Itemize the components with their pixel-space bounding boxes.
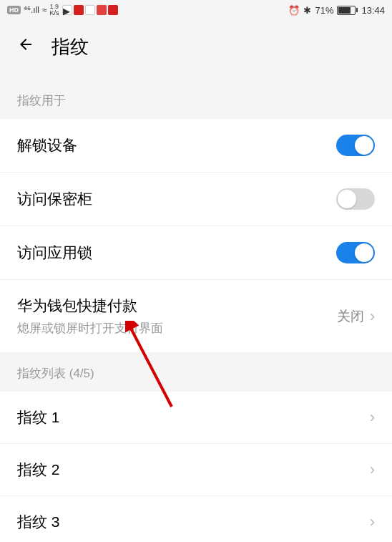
chevron-right-icon: › <box>370 408 375 427</box>
page-header: 指纹 <box>0 20 392 79</box>
app-notif-icon <box>108 5 118 15</box>
row-label: 指纹 2 <box>17 460 60 480</box>
chevron-right-icon: › <box>370 460 375 479</box>
row-fingerprint-1[interactable]: 指纹 1 › <box>0 392 392 444</box>
row-fingerprint-2[interactable]: 指纹 2 › <box>0 444 392 496</box>
chevron-right-icon: › <box>370 513 375 531</box>
toggle-applock[interactable] <box>336 242 375 263</box>
row-label: 指纹 3 <box>17 512 60 532</box>
row-label: 访问保密柜 <box>17 189 92 209</box>
hd-icon: HD <box>7 6 21 14</box>
toggle-unlock[interactable] <box>336 135 375 156</box>
battery-percent: 71% <box>315 5 333 16</box>
row-label: 指纹 1 <box>17 407 60 427</box>
signal-icon: ⁴⁶.ıll <box>24 5 39 15</box>
chevron-right-icon: › <box>370 307 375 326</box>
row-sublabel: 熄屏或锁屏时打开支付界面 <box>17 320 163 337</box>
section-header-fplist: 指纹列表 (4/5) <box>0 352 392 392</box>
status-left: HD ⁴⁶.ıll ≈ 1.9 K/s ▶ <box>7 4 118 16</box>
network-speed: 1.9 K/s <box>50 4 59 16</box>
row-label: 访问应用锁 <box>17 243 92 263</box>
app-notif-icon <box>74 5 84 15</box>
fingerprint-list: 指纹 1 › 指纹 2 › 指纹 3 › <box>0 392 392 542</box>
clock: 13:44 <box>361 5 385 16</box>
section-header-usedfor: 指纹用于 <box>0 79 392 119</box>
row-label: 华为钱包快捷付款 <box>17 296 163 316</box>
row-wallet-quickpay[interactable]: 华为钱包快捷付款 熄屏或锁屏时打开支付界面 关闭 › <box>0 280 392 352</box>
row-unlock-device[interactable]: 解锁设备 <box>0 119 392 173</box>
page-title: 指纹 <box>52 34 89 59</box>
status-bar: HD ⁴⁶.ıll ≈ 1.9 K/s ▶ ⏰ ✱ 71% 13:44 <box>0 0 392 20</box>
toggle-vault[interactable] <box>336 188 375 210</box>
app-notif-icon <box>85 5 95 15</box>
status-right: ⏰ ✱ 71% 13:44 <box>288 5 385 16</box>
row-access-applock[interactable]: 访问应用锁 <box>0 226 392 280</box>
settings-list-usedfor: 解锁设备 访问保密柜 访问应用锁 华为钱包快捷付款 熄屏或锁屏时打开支付界面 关… <box>0 119 392 352</box>
wifi-icon: ≈ <box>42 5 47 15</box>
back-button[interactable] <box>17 36 34 58</box>
row-access-vault[interactable]: 访问保密柜 <box>0 173 392 226</box>
row-label: 解锁设备 <box>17 135 77 155</box>
app-notif-icon: ▶ <box>62 5 72 15</box>
battery-icon <box>337 6 358 15</box>
app-notif-icon <box>97 5 107 15</box>
row-value: 关闭 <box>337 307 364 326</box>
notification-icons: ▶ <box>62 5 118 15</box>
bluetooth-icon: ✱ <box>303 5 311 16</box>
row-fingerprint-3[interactable]: 指纹 3 › <box>0 496 392 542</box>
alarm-icon: ⏰ <box>288 5 300 16</box>
